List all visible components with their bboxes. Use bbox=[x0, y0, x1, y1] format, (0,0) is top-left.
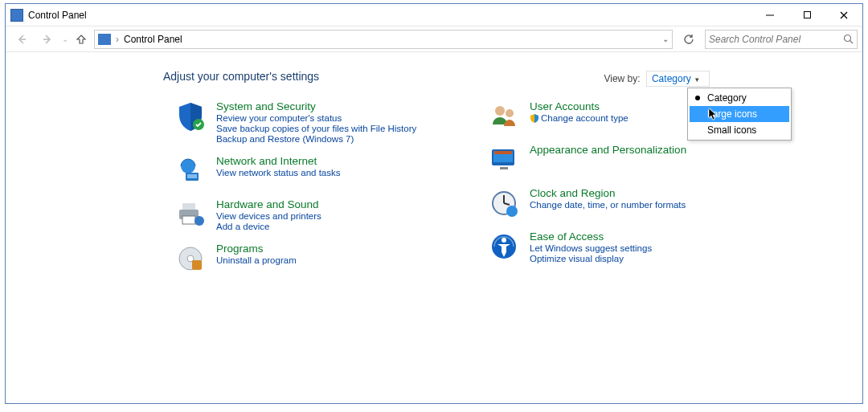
svg-point-6 bbox=[845, 35, 851, 42]
category-title[interactable]: Network and Internet bbox=[216, 155, 340, 167]
option-label: Category bbox=[707, 92, 747, 104]
svg-rect-18 bbox=[192, 260, 202, 270]
svg-line-7 bbox=[850, 41, 854, 44]
view-by-control: View by: Category ▾ bbox=[604, 73, 710, 84]
titlebar: Control Panel bbox=[6, 4, 862, 27]
category-link[interactable]: Change account type bbox=[530, 113, 628, 123]
search-box[interactable] bbox=[705, 30, 858, 49]
bullet-icon bbox=[695, 96, 700, 100]
control-panel-icon bbox=[10, 9, 23, 22]
svg-point-19 bbox=[495, 106, 505, 116]
view-by-label: View by: bbox=[604, 73, 640, 84]
shield-icon bbox=[174, 100, 207, 133]
category-link[interactable]: View devices and printers bbox=[216, 211, 321, 221]
svg-rect-24 bbox=[500, 167, 508, 169]
path-separator-icon: › bbox=[116, 34, 119, 45]
window-controls bbox=[751, 4, 862, 27]
svg-point-28 bbox=[506, 206, 518, 217]
arrow-right-icon bbox=[41, 33, 54, 46]
titlebar-left: Control Panel bbox=[10, 9, 87, 22]
category-link[interactable]: Add a device bbox=[216, 222, 321, 231]
chevron-down-icon[interactable]: ⌄ bbox=[662, 35, 669, 43]
window-title: Control Panel bbox=[28, 10, 87, 21]
up-button[interactable] bbox=[72, 30, 91, 49]
caret-down-icon: ▾ bbox=[695, 75, 699, 84]
option-label: Small icons bbox=[707, 124, 756, 136]
category-title[interactable]: System and Security bbox=[216, 100, 416, 112]
svg-point-30 bbox=[502, 238, 506, 243]
control-panel-mini-icon bbox=[98, 34, 111, 45]
view-by-option-large-icons[interactable]: Large icons bbox=[690, 106, 789, 122]
arrow-left-icon bbox=[15, 33, 28, 46]
clock-icon bbox=[488, 187, 520, 219]
category-link[interactable]: View network status and tasks bbox=[216, 168, 340, 177]
close-button[interactable] bbox=[825, 4, 862, 27]
category-ease-of-access: Ease of Access Let Windows suggest setti… bbox=[488, 230, 753, 263]
category-title[interactable]: User Accounts bbox=[530, 100, 628, 112]
maximize-button[interactable] bbox=[788, 4, 825, 27]
svg-point-15 bbox=[194, 216, 204, 226]
category-title[interactable]: Ease of Access bbox=[530, 230, 652, 243]
category-link[interactable]: Uninstall a program bbox=[216, 255, 297, 265]
content-area: Adjust your computer's settings View by:… bbox=[6, 52, 862, 403]
monitor-icon bbox=[488, 144, 520, 176]
network-icon bbox=[174, 155, 207, 187]
category-link[interactable]: Review your computer's status bbox=[216, 113, 416, 123]
column-left: System and Security Review your computer… bbox=[174, 100, 440, 275]
printer-icon bbox=[174, 198, 207, 230]
address-bar[interactable]: › Control Panel ⌄ bbox=[94, 30, 673, 49]
svg-rect-14 bbox=[182, 216, 195, 224]
view-by-option-category[interactable]: Category bbox=[690, 90, 789, 106]
close-icon bbox=[839, 10, 849, 20]
option-label: Large icons bbox=[707, 108, 757, 120]
category-clock-region: Clock and Region Change date, time, or n… bbox=[488, 187, 753, 219]
refresh-button[interactable] bbox=[679, 30, 698, 49]
search-input[interactable] bbox=[709, 34, 829, 45]
uac-shield-icon bbox=[530, 113, 539, 123]
window: Control Panel ⌄ › Control P bbox=[5, 3, 863, 404]
cd-icon bbox=[174, 243, 207, 275]
maximize-icon bbox=[803, 10, 812, 19]
ease-of-access-icon bbox=[488, 230, 520, 263]
category-hardware-sound: Hardware and Sound View devices and prin… bbox=[174, 198, 440, 231]
address-path: Control Panel bbox=[124, 34, 182, 45]
category-link[interactable]: Optimize visual display bbox=[530, 254, 652, 263]
address-tail: ⌄ bbox=[662, 35, 669, 43]
svg-rect-13 bbox=[182, 203, 195, 210]
svg-rect-23 bbox=[494, 151, 512, 154]
minimize-button[interactable] bbox=[751, 4, 788, 27]
recent-locations-button[interactable]: ⌄ bbox=[62, 35, 68, 43]
category-title[interactable]: Hardware and Sound bbox=[216, 198, 321, 210]
view-by-menu: Category Large icons Small icons bbox=[687, 88, 792, 141]
category-link[interactable]: Change date, time, or number formats bbox=[530, 200, 686, 210]
category-title[interactable]: Appearance and Personalization bbox=[530, 144, 686, 156]
refresh-icon bbox=[683, 34, 694, 45]
category-network-internet: Network and Internet View network status… bbox=[174, 155, 440, 187]
category-title[interactable]: Programs bbox=[216, 243, 297, 255]
arrow-up-icon bbox=[76, 34, 87, 45]
category-link[interactable]: Backup and Restore (Windows 7) bbox=[216, 134, 416, 144]
forward-button[interactable] bbox=[36, 28, 59, 51]
back-button[interactable] bbox=[10, 28, 33, 51]
svg-point-20 bbox=[506, 109, 514, 117]
category-system-security: System and Security Review your computer… bbox=[174, 100, 440, 144]
svg-rect-1 bbox=[804, 12, 810, 18]
category-link[interactable]: Save backup copies of your files with Fi… bbox=[216, 124, 416, 133]
svg-rect-11 bbox=[187, 174, 197, 178]
view-by-dropdown[interactable]: Category ▾ bbox=[646, 71, 710, 87]
address-bar-row: ⌄ › Control Panel ⌄ bbox=[6, 27, 862, 52]
users-icon bbox=[488, 100, 520, 133]
category-title[interactable]: Clock and Region bbox=[530, 187, 686, 199]
category-appearance-personalization: Appearance and Personalization bbox=[488, 144, 753, 176]
search-icon[interactable] bbox=[843, 34, 854, 44]
minimize-icon bbox=[765, 10, 775, 20]
category-programs: Programs Uninstall a program bbox=[174, 243, 440, 275]
page-heading: Adjust your computer's settings bbox=[163, 70, 862, 83]
view-by-current: Category bbox=[652, 73, 691, 84]
category-link[interactable]: Let Windows suggest settings bbox=[530, 243, 652, 253]
view-by-option-small-icons[interactable]: Small icons bbox=[690, 122, 789, 138]
